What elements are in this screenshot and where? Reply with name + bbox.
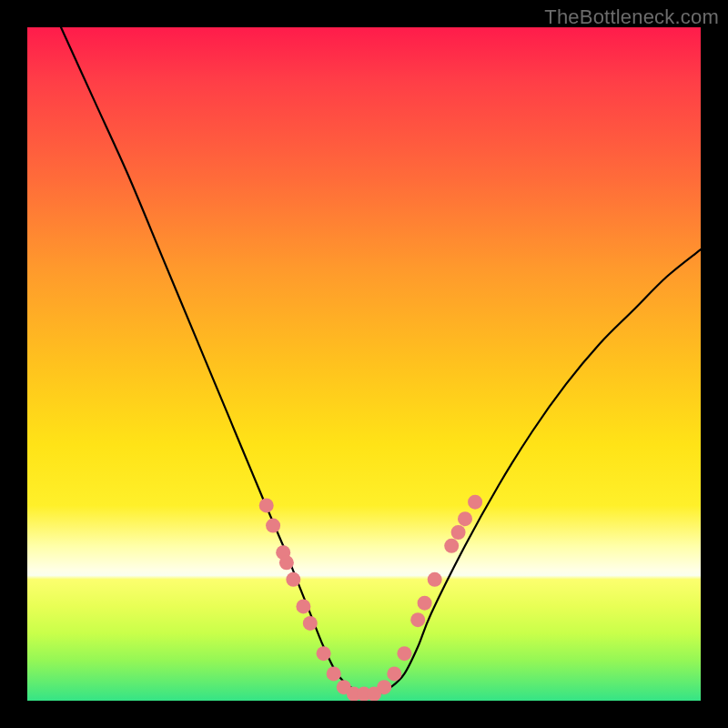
curve-marker	[451, 525, 466, 540]
curve-marker	[296, 599, 310, 613]
curve-marker	[387, 666, 401, 681]
curve-marker	[317, 646, 331, 661]
curve-marker	[444, 539, 459, 553]
watermark-text: TheBottleneck.com	[544, 5, 719, 29]
curve-marker	[259, 498, 274, 512]
curve-marker	[397, 646, 411, 661]
plot-area	[27, 27, 701, 701]
chart-frame: TheBottleneck.com	[0, 0, 728, 728]
curve-marker	[303, 616, 318, 631]
marker-group	[259, 495, 482, 701]
curve-marker	[428, 572, 442, 587]
curve-marker	[286, 572, 300, 587]
curve-marker	[458, 511, 472, 526]
curve-marker	[279, 555, 294, 570]
bottleneck-curve-path	[61, 27, 701, 695]
curve-marker	[377, 680, 391, 694]
curve-marker	[327, 666, 341, 681]
curve-marker	[468, 495, 482, 510]
curve-marker	[418, 596, 432, 611]
curve-layer	[27, 27, 701, 701]
curve-marker	[266, 519, 280, 533]
curve-marker	[410, 612, 425, 627]
